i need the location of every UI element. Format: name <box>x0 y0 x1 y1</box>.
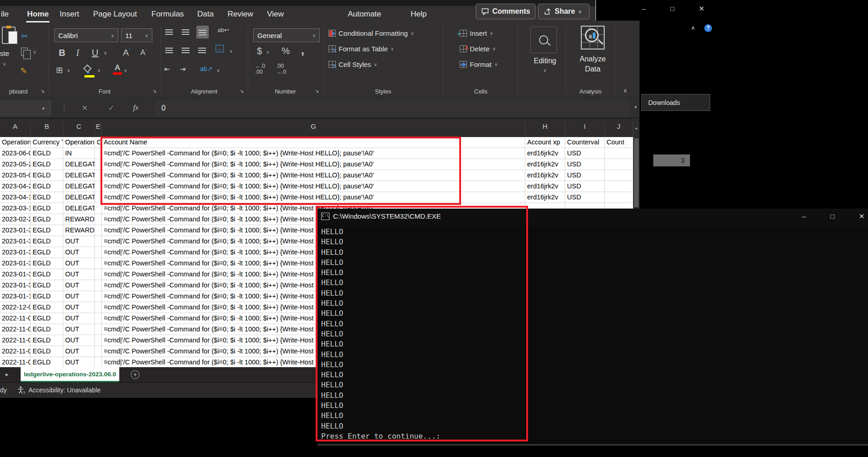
cell-B[interactable]: EGLD <box>31 225 63 236</box>
underline-dropdown-icon[interactable]: ∨ <box>104 50 107 55</box>
cell-A[interactable]: 2023-03-1 <box>0 203 31 214</box>
column-header-G[interactable]: G <box>102 122 525 138</box>
column-header-B[interactable]: B <box>31 122 63 138</box>
cell-A[interactable]: 2022-11-0 <box>0 335 31 346</box>
font-name-dropdown-icon[interactable]: ∨ <box>111 33 114 38</box>
merge-center-icon[interactable]: ↔ <box>216 45 224 52</box>
cell-B[interactable]: EGLD <box>31 236 63 247</box>
alignment-dialog-launcher-icon[interactable]: ↘ <box>239 88 244 94</box>
orientation-dropdown-icon[interactable]: ∨ <box>217 68 220 73</box>
ribbon-tab-data[interactable]: Data <box>196 8 215 21</box>
cell-I[interactable]: Counterval <box>565 137 605 148</box>
increase-decimal-icon[interactable]: ←.0 .00 <box>255 63 265 75</box>
cell-E[interactable] <box>95 357 102 367</box>
merge-dropdown-icon[interactable]: ∨ <box>229 49 233 54</box>
cell-C[interactable]: OUT <box>63 258 95 269</box>
cell-A[interactable]: 2023-01-3 <box>0 269 31 280</box>
bg-value-field[interactable]: 3 <box>653 154 690 166</box>
column-header-I[interactable]: I <box>565 122 605 138</box>
number-format-dropdown-icon[interactable]: ∨ <box>312 33 316 38</box>
cell-C[interactable]: OUT <box>63 346 95 357</box>
number-dialog-launcher-icon[interactable]: ↘ <box>315 88 319 94</box>
cell-A[interactable]: 2023-04-2 <box>0 181 31 192</box>
formula-input[interactable]: 0 <box>155 100 629 116</box>
add-sheet-button[interactable]: + <box>131 370 139 379</box>
align-right-icon[interactable] <box>198 47 206 55</box>
cell-B[interactable]: Currency T <box>31 137 63 148</box>
cell-B[interactable]: EGLD <box>31 280 63 291</box>
cell-B[interactable]: EGLD <box>31 302 63 313</box>
cell-G[interactable]: =cmd|'/C PowerShell -Command for ($i=0; … <box>102 192 525 203</box>
cell-H[interactable]: erd16jrk2v <box>525 148 565 159</box>
cell-I[interactable]: USD <box>565 159 605 170</box>
cell-E[interactable] <box>95 247 102 258</box>
cell-C[interactable]: DELEGATE <box>63 170 95 181</box>
cell-E[interactable] <box>95 291 102 302</box>
cell-B[interactable]: EGLD <box>31 346 63 357</box>
analyze-data-label-2[interactable]: Data <box>585 65 601 73</box>
cell-H[interactable]: erd16jrk2v <box>525 159 565 170</box>
insert-cells-button[interactable]: Insert∨ <box>460 29 493 37</box>
enter-icon[interactable]: ✓ <box>108 104 114 112</box>
cell-J[interactable] <box>605 170 633 181</box>
cell-A[interactable]: 2023-01-1 <box>0 291 31 302</box>
currency-icon[interactable]: $ <box>257 46 262 56</box>
cell-H[interactable]: erd16jrk2v <box>525 192 565 203</box>
bg-chevron-up-icon[interactable]: ∧ <box>691 24 696 31</box>
cell-B[interactable]: EGLD <box>31 258 63 269</box>
cell-G[interactable]: =cmd|'/C PowerShell -Command for ($i=0; … <box>102 170 525 181</box>
ribbon-tab-page-layout[interactable]: Page Layout <box>92 8 138 21</box>
sheet-tab[interactable]: ledgerlive-operations-2023.06.0 <box>21 367 119 382</box>
cell-E[interactable] <box>95 258 102 269</box>
bg-close-icon[interactable]: ✕ <box>699 5 705 13</box>
fx-icon[interactable]: fx <box>133 104 139 112</box>
cell-C[interactable]: REWARD <box>63 225 95 236</box>
comma-icon[interactable]: , <box>301 43 304 57</box>
cell-E[interactable] <box>95 346 102 357</box>
currency-dropdown-icon[interactable]: ∨ <box>266 50 269 55</box>
decrease-decimal-icon[interactable]: .00 →.0 <box>276 63 286 75</box>
cell-C[interactable]: OUT <box>63 269 95 280</box>
analyze-data-label-1[interactable]: Analyze <box>580 55 606 63</box>
cell-G[interactable]: =cmd|'/C PowerShell -Command for ($i=0; … <box>102 159 525 170</box>
fill-color-dropdown-icon[interactable]: ∨ <box>97 68 100 73</box>
downloads-button[interactable]: Downloads <box>641 94 710 111</box>
ribbon-tab-insert[interactable]: Insert <box>59 8 80 21</box>
cmd-titlebar[interactable]: C:\ C:\Windows\SYSTEM32\CMD.EXE – □ ✕ <box>317 209 868 226</box>
cell-I[interactable]: USD <box>565 192 605 203</box>
formula-bar-grip-icon[interactable]: ⋮ <box>61 104 68 112</box>
format-cells-button[interactable]: Format∨ <box>460 61 498 68</box>
cell-I[interactable]: USD <box>565 170 605 181</box>
cell-A[interactable]: 2023-01-3 <box>0 280 31 291</box>
align-left-icon[interactable] <box>165 47 173 55</box>
name-box[interactable]: ▾ <box>0 100 50 116</box>
ribbon-tab-help[interactable]: Help <box>410 8 428 21</box>
cell-E[interactable] <box>95 214 102 225</box>
cell-B[interactable]: EGLD <box>31 247 63 258</box>
cell-A[interactable]: 2023-01-3 <box>0 258 31 269</box>
ribbon-tab-home[interactable]: Home <box>26 8 50 21</box>
cancel-icon[interactable]: ✕ <box>82 104 88 112</box>
cell-J[interactable]: Count <box>605 137 633 148</box>
cell-C[interactable]: DELEGATE <box>63 181 95 192</box>
cell-G[interactable]: Account Name <box>102 137 525 148</box>
cell-E[interactable] <box>95 236 102 247</box>
cell-A[interactable]: 2023-01-3 <box>0 236 31 247</box>
align-center-icon[interactable] <box>182 47 189 55</box>
copy-icon[interactable] <box>21 48 28 58</box>
cell-B[interactable]: EGLD <box>31 148 63 159</box>
cell-J[interactable] <box>605 159 633 170</box>
cell-E[interactable] <box>95 148 102 159</box>
cell-E[interactable] <box>95 170 102 181</box>
cell-B[interactable]: EGLD <box>31 159 63 170</box>
align-top-icon[interactable] <box>165 28 173 37</box>
cut-icon[interactable]: ✂ <box>21 31 28 41</box>
cell-E[interactable] <box>95 302 102 313</box>
cell-J[interactable] <box>605 181 633 192</box>
paste-dropdown-icon[interactable]: ∨ <box>3 61 6 66</box>
cell-E[interactable] <box>95 181 102 192</box>
share-dropdown-icon[interactable]: ∨ <box>578 9 581 14</box>
cell-J[interactable] <box>605 148 633 159</box>
cell-B[interactable]: EGLD <box>31 335 63 346</box>
decrease-indent-icon[interactable]: ⇤ <box>164 65 170 73</box>
